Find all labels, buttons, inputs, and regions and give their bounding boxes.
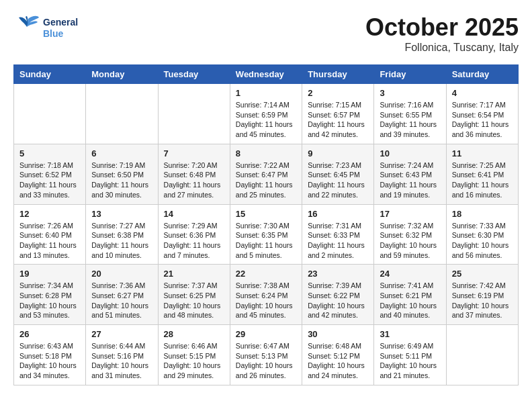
day-info: Sunrise: 7:20 AM Sunset: 6:48 PM Dayligh… xyxy=(164,161,224,200)
day-number: 11 xyxy=(452,148,513,158)
day-info: Sunrise: 7:34 AM Sunset: 6:28 PM Dayligh… xyxy=(19,281,80,320)
day-info: Sunrise: 7:22 AM Sunset: 6:47 PM Dayligh… xyxy=(236,161,296,200)
day-info: Sunrise: 7:26 AM Sunset: 6:40 PM Dayligh… xyxy=(19,221,80,261)
day-number: 13 xyxy=(91,209,152,219)
day-info: Sunrise: 7:25 AM Sunset: 6:41 PM Dayligh… xyxy=(452,161,513,200)
day-number: 3 xyxy=(380,88,440,98)
calendar-day: 11Sunrise: 7:25 AM Sunset: 6:41 PM Dayli… xyxy=(446,144,518,204)
calendar-day: 21Sunrise: 7:37 AM Sunset: 6:25 PM Dayli… xyxy=(158,265,230,325)
calendar-day: 5Sunrise: 7:18 AM Sunset: 6:52 PM Daylig… xyxy=(14,144,86,204)
day-info: Sunrise: 7:18 AM Sunset: 6:52 PM Dayligh… xyxy=(19,161,80,200)
month-title: October 2025 xyxy=(365,13,519,42)
calendar-day: 20Sunrise: 7:36 AM Sunset: 6:27 PM Dayli… xyxy=(86,265,158,325)
calendar-day: 24Sunrise: 7:41 AM Sunset: 6:21 PM Dayli… xyxy=(374,265,446,325)
calendar-day: 25Sunrise: 7:42 AM Sunset: 6:19 PM Dayli… xyxy=(446,265,518,325)
calendar-day: 6Sunrise: 7:19 AM Sunset: 6:50 PM Daylig… xyxy=(86,144,158,204)
calendar-day: 19Sunrise: 7:34 AM Sunset: 6:28 PM Dayli… xyxy=(14,265,86,325)
calendar-day: 18Sunrise: 7:33 AM Sunset: 6:30 PM Dayli… xyxy=(446,204,518,265)
day-of-week-header: Tuesday xyxy=(158,65,230,84)
day-number: 12 xyxy=(19,209,80,219)
calendar-day: 2Sunrise: 7:15 AM Sunset: 6:57 PM Daylig… xyxy=(302,84,374,144)
day-info: Sunrise: 7:36 AM Sunset: 6:27 PM Dayligh… xyxy=(91,281,152,320)
day-number: 26 xyxy=(19,329,80,339)
day-info: Sunrise: 7:17 AM Sunset: 6:54 PM Dayligh… xyxy=(452,100,513,140)
calendar-day: 1Sunrise: 7:14 AM Sunset: 6:59 PM Daylig… xyxy=(230,84,302,144)
calendar-day: 23Sunrise: 7:39 AM Sunset: 6:22 PM Dayli… xyxy=(302,265,374,325)
day-number: 17 xyxy=(380,209,440,219)
calendar-empty xyxy=(158,84,230,144)
day-number: 28 xyxy=(164,329,224,339)
location: Follonica, Tuscany, Italy xyxy=(365,42,519,54)
day-number: 7 xyxy=(164,148,224,158)
day-info: Sunrise: 6:46 AM Sunset: 5:15 PM Dayligh… xyxy=(164,341,224,381)
day-number: 22 xyxy=(236,269,296,279)
day-number: 2 xyxy=(308,88,368,98)
calendar-day: 9Sunrise: 7:23 AM Sunset: 6:45 PM Daylig… xyxy=(302,144,374,204)
calendar-day: 14Sunrise: 7:29 AM Sunset: 6:36 PM Dayli… xyxy=(158,204,230,265)
day-number: 10 xyxy=(380,148,440,158)
day-number: 21 xyxy=(164,269,224,279)
day-info: Sunrise: 7:19 AM Sunset: 6:50 PM Dayligh… xyxy=(91,161,152,200)
calendar-day: 3Sunrise: 7:16 AM Sunset: 6:55 PM Daylig… xyxy=(374,84,446,144)
day-info: Sunrise: 6:47 AM Sunset: 5:13 PM Dayligh… xyxy=(236,341,296,381)
day-info: Sunrise: 7:27 AM Sunset: 6:38 PM Dayligh… xyxy=(91,221,152,261)
day-of-week-header: Thursday xyxy=(302,65,374,84)
calendar-day: 12Sunrise: 7:26 AM Sunset: 6:40 PM Dayli… xyxy=(14,204,86,265)
calendar-empty xyxy=(446,325,518,385)
day-info: Sunrise: 7:41 AM Sunset: 6:21 PM Dayligh… xyxy=(380,281,440,320)
calendar-day: 29Sunrise: 6:47 AM Sunset: 5:13 PM Dayli… xyxy=(230,325,302,385)
day-number: 16 xyxy=(308,209,368,219)
calendar-day: 7Sunrise: 7:20 AM Sunset: 6:48 PM Daylig… xyxy=(158,144,230,204)
calendar-day: 8Sunrise: 7:22 AM Sunset: 6:47 PM Daylig… xyxy=(230,144,302,204)
day-info: Sunrise: 7:24 AM Sunset: 6:43 PM Dayligh… xyxy=(380,161,440,200)
day-of-week-header: Sunday xyxy=(14,65,86,84)
day-info: Sunrise: 7:42 AM Sunset: 6:19 PM Dayligh… xyxy=(452,281,513,320)
calendar-day: 30Sunrise: 6:48 AM Sunset: 5:12 PM Dayli… xyxy=(302,325,374,385)
day-info: Sunrise: 7:39 AM Sunset: 6:22 PM Dayligh… xyxy=(308,281,368,320)
day-number: 25 xyxy=(452,269,513,279)
calendar-day: 16Sunrise: 7:31 AM Sunset: 6:33 PM Dayli… xyxy=(302,204,374,265)
day-info: Sunrise: 7:31 AM Sunset: 6:33 PM Dayligh… xyxy=(308,221,368,261)
day-info: Sunrise: 7:32 AM Sunset: 6:32 PM Dayligh… xyxy=(380,221,440,261)
day-number: 5 xyxy=(19,148,80,158)
day-info: Sunrise: 7:33 AM Sunset: 6:30 PM Dayligh… xyxy=(452,221,513,261)
day-info: Sunrise: 7:37 AM Sunset: 6:25 PM Dayligh… xyxy=(164,281,224,320)
day-info: Sunrise: 7:14 AM Sunset: 6:59 PM Dayligh… xyxy=(236,100,296,140)
day-number: 31 xyxy=(380,329,440,339)
page-header: General Blue October 2025 Follonica, Tus… xyxy=(13,13,519,54)
day-of-week-header: Friday xyxy=(374,65,446,84)
calendar-day: 28Sunrise: 6:46 AM Sunset: 5:15 PM Dayli… xyxy=(158,325,230,385)
day-info: Sunrise: 6:49 AM Sunset: 5:11 PM Dayligh… xyxy=(380,341,440,381)
day-number: 23 xyxy=(308,269,368,279)
calendar-day: 22Sunrise: 7:38 AM Sunset: 6:24 PM Dayli… xyxy=(230,265,302,325)
day-of-week-header: Monday xyxy=(86,65,158,84)
day-number: 9 xyxy=(308,148,368,158)
calendar-day: 13Sunrise: 7:27 AM Sunset: 6:38 PM Dayli… xyxy=(86,204,158,265)
day-number: 14 xyxy=(164,209,224,219)
day-number: 19 xyxy=(19,269,80,279)
calendar-day: 15Sunrise: 7:30 AM Sunset: 6:35 PM Dayli… xyxy=(230,204,302,265)
calendar-empty xyxy=(86,84,158,144)
day-info: Sunrise: 7:38 AM Sunset: 6:24 PM Dayligh… xyxy=(236,281,296,320)
calendar-day: 27Sunrise: 6:44 AM Sunset: 5:16 PM Dayli… xyxy=(86,325,158,385)
day-info: Sunrise: 6:44 AM Sunset: 5:16 PM Dayligh… xyxy=(91,341,152,381)
day-info: Sunrise: 6:43 AM Sunset: 5:18 PM Dayligh… xyxy=(19,341,80,381)
calendar-day: 31Sunrise: 6:49 AM Sunset: 5:11 PM Dayli… xyxy=(374,325,446,385)
title-block: October 2025 Follonica, Tuscany, Italy xyxy=(365,13,519,54)
calendar-day: 4Sunrise: 7:17 AM Sunset: 6:54 PM Daylig… xyxy=(446,84,518,144)
logo-line1: General xyxy=(43,17,78,28)
day-of-week-header: Wednesday xyxy=(230,65,302,84)
day-number: 24 xyxy=(380,269,440,279)
calendar-day: 26Sunrise: 6:43 AM Sunset: 5:18 PM Dayli… xyxy=(14,325,86,385)
day-number: 4 xyxy=(452,88,513,98)
day-number: 1 xyxy=(236,88,296,98)
logo: General Blue xyxy=(13,13,78,43)
day-number: 29 xyxy=(236,329,296,339)
logo-icon xyxy=(13,13,40,43)
day-number: 18 xyxy=(452,209,513,219)
day-info: Sunrise: 6:48 AM Sunset: 5:12 PM Dayligh… xyxy=(308,341,368,381)
calendar-empty xyxy=(14,84,86,144)
day-info: Sunrise: 7:15 AM Sunset: 6:57 PM Dayligh… xyxy=(308,100,368,140)
day-number: 30 xyxy=(308,329,368,339)
day-info: Sunrise: 7:23 AM Sunset: 6:45 PM Dayligh… xyxy=(308,161,368,200)
